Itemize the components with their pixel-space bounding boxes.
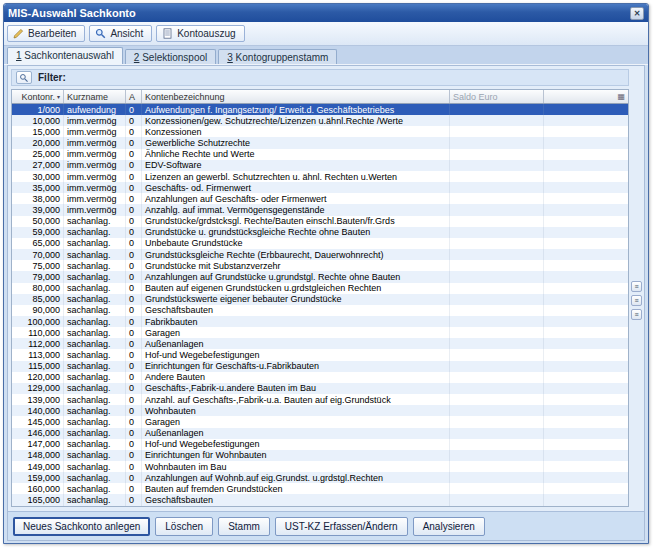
table-row[interactable]: 80,000sachanlag.0Bauten auf eigenen Grun… bbox=[12, 283, 628, 294]
table-row[interactable]: 115,000sachanlag.0Einrichtungen für Gesc… bbox=[12, 361, 628, 372]
table-row[interactable]: 129,000sachanlag.0Geschäfts-,Fabrik-u.an… bbox=[12, 383, 628, 394]
ansicht-button[interactable]: Ansicht bbox=[89, 25, 152, 42]
loeschen-button[interactable]: Löschen bbox=[155, 517, 213, 536]
table-cell: 0 bbox=[126, 416, 142, 427]
column-header[interactable]: A bbox=[126, 90, 142, 103]
side-button-1[interactable]: ≡ bbox=[631, 281, 642, 292]
tab-kontogruppenstamm[interactable]: 3 Kontogruppenstamm bbox=[218, 49, 337, 64]
table-row[interactable]: 149,000sachanlag.0Wohnbauten im Bau bbox=[12, 461, 628, 472]
table-cell: 0 bbox=[126, 294, 142, 305]
table-cell bbox=[450, 137, 544, 148]
table-cell: Grundstückswerte eigener bebauter Grunds… bbox=[142, 294, 450, 305]
table-cell bbox=[544, 104, 628, 115]
table-row[interactable]: 27,000imm.vermög0EDV-Software bbox=[12, 160, 628, 171]
table-cell: sachanlag. bbox=[64, 450, 126, 461]
table-cell: 0 bbox=[126, 316, 142, 327]
neues-sachkonto-button[interactable]: Neues Sachkonto anlegen bbox=[13, 517, 150, 536]
table-row[interactable]: 1/000aufwendung0Aufwendungen f. Ingangse… bbox=[12, 104, 628, 115]
table-row[interactable]: 35,000imm.vermög0Geschäfts- od. Firmenwe… bbox=[12, 182, 628, 193]
table-cell: Gewerbliche Schutzrechte bbox=[142, 137, 450, 148]
table-row[interactable]: 146,000sachanlag.0Außenanlagen bbox=[12, 428, 628, 439]
table-row[interactable]: 59,000sachanlag.0Grundstücke u. grundstü… bbox=[12, 227, 628, 238]
table-row[interactable]: 145,000sachanlag.0Garagen bbox=[12, 416, 628, 427]
table-cell bbox=[544, 182, 628, 193]
table-cell bbox=[544, 294, 628, 305]
table-cell bbox=[544, 283, 628, 294]
table-cell: 140,000 bbox=[12, 405, 64, 416]
column-header[interactable]: Kontonr.▾ bbox=[12, 90, 64, 103]
table-row[interactable]: 160,000sachanlag.0Bauten auf fremden Gru… bbox=[12, 483, 628, 494]
ustkz-button[interactable]: UST-KZ Erfassen/Ändern bbox=[275, 517, 408, 536]
table-cell: 145,000 bbox=[12, 416, 64, 427]
close-button[interactable]: ✕ bbox=[630, 7, 644, 20]
bearbeiten-button[interactable]: Bearbeiten bbox=[7, 25, 85, 42]
table-cell bbox=[544, 204, 628, 215]
search-icon[interactable] bbox=[16, 71, 32, 84]
table-row[interactable]: 30,000imm.vermög0Lizenzen an gewerbl. Sc… bbox=[12, 171, 628, 182]
table-cell: sachanlag. bbox=[64, 327, 126, 338]
table-row[interactable]: 20,000imm.vermög0Gewerbliche Schutzrecht… bbox=[12, 137, 628, 148]
table-cell: imm.vermög bbox=[64, 204, 126, 215]
tab-selektionspool[interactable]: 2 Selektionspool bbox=[125, 49, 216, 64]
table-cell bbox=[544, 160, 628, 171]
table-row[interactable]: 39,000imm.vermög0Anzahlg. auf immat. Ver… bbox=[12, 204, 628, 215]
table-cell: 0 bbox=[126, 115, 142, 126]
table-row[interactable]: 148,000sachanlag.0Einrichtungen für Wohn… bbox=[12, 450, 628, 461]
table-row[interactable]: 65,000sachanlag.0Unbebaute Grundstücke bbox=[12, 238, 628, 249]
table-row[interactable]: 159,000sachanlag.0Anzahlungen auf Wohnb.… bbox=[12, 472, 628, 483]
table-cell: sachanlag. bbox=[64, 416, 126, 427]
table-row[interactable]: 50,000sachanlag.0Grundstücke/grdstcksgl.… bbox=[12, 216, 628, 227]
column-header-label: Kurzname bbox=[67, 92, 108, 102]
toolbar: Bearbeiten Ansicht Kontoauszug bbox=[4, 22, 648, 46]
column-header-label: A bbox=[129, 92, 135, 102]
table-row[interactable]: 100,000sachanlag.0Fabrikbauten bbox=[12, 316, 628, 327]
footer-bar: Neues Sachkonto anlegen Löschen Stamm US… bbox=[8, 511, 644, 540]
table-row[interactable]: 90,000sachanlag.0Geschäftsbauten bbox=[12, 305, 628, 316]
table-row[interactable]: 10,000imm.vermög0Konzessionen/gew. Schut… bbox=[12, 115, 628, 126]
table-cell bbox=[544, 483, 628, 494]
side-button-3[interactable]: ≡ bbox=[631, 309, 642, 320]
table-cell: Anzahlungen auf Grundstücke u.grundstgl.… bbox=[142, 271, 450, 282]
table-row[interactable]: 70,000sachanlag.0Grundstücksgleiche Rech… bbox=[12, 249, 628, 260]
table-row[interactable]: 79,000sachanlag.0Anzahlungen auf Grundst… bbox=[12, 271, 628, 282]
table-cell: 0 bbox=[126, 327, 142, 338]
titlebar[interactable]: MIS-Auswahl Sachkonto ✕ bbox=[4, 4, 648, 22]
table-row[interactable]: 120,000sachanlag.0Andere Bauten bbox=[12, 372, 628, 383]
table-row[interactable]: 110,000sachanlag.0Garagen bbox=[12, 327, 628, 338]
side-button-2[interactable]: ≡ bbox=[631, 295, 642, 306]
table-cell: 0 bbox=[126, 494, 142, 505]
table-row[interactable]: 112,000sachanlag.0Außenanlagen bbox=[12, 338, 628, 349]
table-cell bbox=[544, 193, 628, 204]
table-cell bbox=[450, 450, 544, 461]
column-header[interactable]: Kontenbezeichnung bbox=[142, 90, 450, 103]
kontoauszug-button[interactable]: Kontoauszug bbox=[156, 25, 244, 42]
table-row[interactable]: 15,000imm.vermög0Konzessionen bbox=[12, 126, 628, 137]
table-row[interactable]: 165,000sachanlag.0Geschäftsbauten bbox=[12, 494, 628, 505]
column-header[interactable]: Saldo Euro bbox=[450, 90, 544, 103]
table-cell bbox=[450, 316, 544, 327]
table-row[interactable]: 85,000sachanlag.0Grundstückswerte eigene… bbox=[12, 294, 628, 305]
analysieren-button[interactable]: Analysieren bbox=[413, 517, 485, 536]
table-cell: 25,000 bbox=[12, 149, 64, 160]
table-row[interactable]: 140,000sachanlag.0Wohnbauten bbox=[12, 405, 628, 416]
table-cell: 79,000 bbox=[12, 271, 64, 282]
table-cell: 160,000 bbox=[12, 483, 64, 494]
table-row[interactable]: 113,000sachanlag.0Hof-und Wegebefestigun… bbox=[12, 349, 628, 360]
table-cell bbox=[450, 305, 544, 316]
table-cell: Konzessionen/gew. Schutzrechte/Lizenzen … bbox=[142, 115, 450, 126]
column-header[interactable]: ▦ bbox=[544, 90, 628, 103]
table-cell bbox=[544, 149, 628, 160]
column-header[interactable]: Kurzname bbox=[64, 90, 126, 103]
table-cell: Außenanlagen bbox=[142, 428, 450, 439]
stamm-button[interactable]: Stamm bbox=[218, 517, 270, 536]
tab-sachkontenauswahl[interactable]: 1 Sachkontenauswahl bbox=[7, 47, 123, 64]
table-row[interactable]: 25,000imm.vermög0Ähnliche Rechte und Wer… bbox=[12, 149, 628, 160]
table-row[interactable]: 75,000sachanlag.0Grundstücke mit Substan… bbox=[12, 260, 628, 271]
table-cell: 75,000 bbox=[12, 260, 64, 271]
table-cell: imm.vermög bbox=[64, 160, 126, 171]
table-row[interactable]: 38,000imm.vermög0Anzahlungen auf Geschäf… bbox=[12, 193, 628, 204]
table-row[interactable]: 139,000sachanlag.0Anzahl. auf Geschäfts-… bbox=[12, 394, 628, 405]
column-chooser-icon[interactable]: ▦ bbox=[617, 92, 625, 101]
table-row[interactable]: 147,000sachanlag.0Hof-und Wegebefestigun… bbox=[12, 439, 628, 450]
table-cell: 0 bbox=[126, 472, 142, 483]
